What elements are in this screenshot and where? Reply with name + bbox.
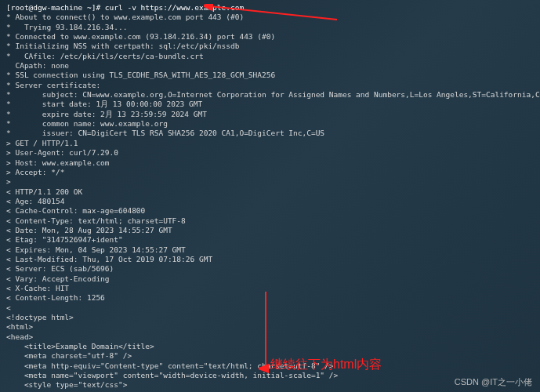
- terminal-line: < Content-Type: text/html; charset=UTF-8: [6, 216, 534, 226]
- terminal-line: > Host: www.example.com: [6, 158, 534, 168]
- terminal-line: < Age: 480154: [6, 197, 534, 206]
- terminal-line: > Accept: */*: [6, 168, 534, 177]
- terminal-line: CApath: none: [6, 61, 534, 71]
- terminal-line: * Trying 93.184.216.34...: [6, 23, 534, 32]
- bottom-arrow-label: 继续往下为html内容: [270, 357, 382, 373]
- terminal-line: * subject: CN=www.example.org,O=Internet…: [6, 90, 534, 100]
- terminal-line: * start date: 1月 13 00:00:00 2023 GMT: [6, 100, 534, 109]
- terminal-line: * Server certificate:: [6, 81, 534, 90]
- terminal-line: < Etag: "3147526947+ident": [6, 235, 534, 245]
- terminal-line: > User-Agent: curl/7.29.0: [6, 148, 534, 158]
- arrow-top-annotation: [204, 4, 345, 23]
- terminal-line: < Last-Modified: Thu, 17 Oct 2019 07:18:…: [6, 255, 534, 264]
- terminal-line: < Date: Mon, 28 Aug 2023 14:55:27 GMT: [6, 226, 534, 235]
- terminal-line: * Initializing NSS with certpath: sql:/e…: [6, 42, 534, 51]
- terminal-line: * issuer: CN=DigiCert TLS RSA SHA256 202…: [6, 129, 534, 138]
- terminal-line: * common name: www.example.org: [6, 119, 534, 129]
- terminal-line: * SSL connection using TLS_ECDHE_RSA_WIT…: [6, 71, 534, 80]
- terminal-line: >: [6, 177, 534, 187]
- terminal-line: * Connected to www.example.com (93.184.2…: [6, 32, 534, 42]
- terminal-line: < Cache-Control: max-age=604800: [6, 206, 534, 216]
- terminal-line: < Server: ECS (sab/5696): [6, 264, 534, 274]
- svg-line-0: [210, 6, 337, 20]
- terminal-line: < HTTP/1.1 200 OK: [6, 187, 534, 197]
- terminal-line: * CAfile: /etc/pki/tls/certs/ca-bundle.c…: [6, 52, 534, 61]
- terminal-line: < Expires: Mon, 04 Sep 2023 14:55:27 GMT: [6, 245, 534, 255]
- terminal-line: < Vary: Accept-Encoding: [6, 274, 534, 284]
- terminal-line: * expire date: 2月 13 23:59:59 2024 GMT: [6, 110, 534, 119]
- terminal-line: > GET / HTTP/1.1: [6, 139, 534, 148]
- watermark: CSDN @IT之一小佬: [455, 376, 532, 387]
